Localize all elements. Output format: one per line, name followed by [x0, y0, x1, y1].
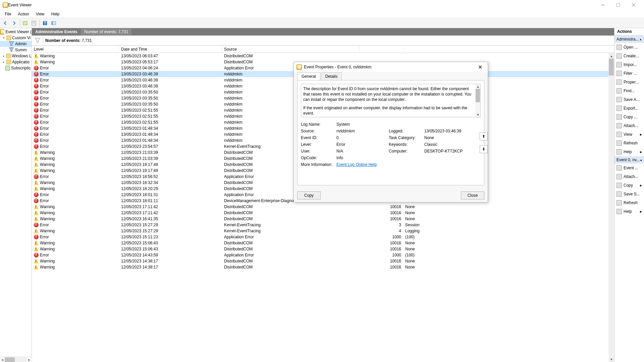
actions-group1-header[interactable]: Administra... ▲ — [614, 36, 644, 43]
col-date[interactable]: Date and Time — [119, 46, 222, 53]
scroll-up-icon[interactable]: ▴ — [475, 84, 480, 89]
list-v-scrollbar[interactable]: ▴ ▾ — [608, 53, 614, 362]
val-opcode: Info — [336, 156, 387, 160]
tab-details[interactable]: Details — [321, 72, 342, 80]
action-item[interactable]: Save S... — [614, 190, 644, 198]
action-item[interactable]: Refresh — [614, 198, 644, 207]
level-text: Error — [40, 253, 49, 257]
event-row[interactable]: Error12/05/2023 15:27:29Kernel-EventTrac… — [32, 222, 614, 228]
event-row[interactable]: Warning12/05/2023 15:27:29Kernel-EventTr… — [32, 228, 614, 234]
action-item[interactable]: Copy ... — [614, 113, 644, 121]
col-task[interactable] — [403, 48, 614, 50]
tree-label: Applicatio — [12, 60, 30, 64]
panel-button[interactable] — [50, 19, 58, 27]
tree-root[interactable]: Event Viewer ( — [0, 29, 32, 35]
tree-custom-views[interactable]: ▾ Custom Vi — [0, 35, 32, 41]
event-row[interactable]: Warning12/05/2023 14:38:17DistributedCOM… — [32, 258, 614, 264]
expand-icon[interactable]: ▸ — [2, 54, 6, 58]
scroll-thumb[interactable] — [609, 59, 614, 75]
scroll-down-icon[interactable]: ▾ — [475, 112, 480, 117]
date-text: 13/05/2023 03:35:50 — [119, 96, 222, 101]
event-log-help-link[interactable]: Event Log Online Help — [336, 162, 377, 167]
scroll-up-icon[interactable]: ▴ — [608, 53, 614, 59]
action-item[interactable]: Attach... — [614, 172, 644, 181]
tree-windows-logs[interactable]: ▸ Windows L — [0, 53, 32, 59]
event-row[interactable]: Warning12/05/2023 17:11:42DistributedCOM… — [32, 204, 614, 210]
filter-icon-box[interactable] — [32, 38, 43, 43]
action-item[interactable]: Help▶ — [614, 207, 644, 216]
action-item[interactable]: Proper... — [614, 78, 644, 86]
close-button[interactable] — [626, 0, 641, 10]
desc-scrollbar[interactable]: ▴ ▾ — [475, 84, 480, 117]
event-viewer-icon — [0, 29, 4, 35]
action-item[interactable]: Copy▶ — [614, 181, 644, 190]
date-text: 12/05/2023 18:20:29 — [119, 186, 222, 191]
action-item[interactable]: Open ... — [614, 43, 644, 52]
action-label: Create... — [624, 54, 639, 58]
action-item[interactable]: Filter ... — [614, 69, 644, 78]
copy-button[interactable]: Copy — [297, 191, 321, 199]
level-text: Error — [40, 235, 49, 239]
scroll-left-icon[interactable]: ◂ — [0, 357, 5, 362]
id-text: 1000 — [360, 252, 403, 258]
menu-action[interactable]: Action — [14, 11, 32, 17]
action-item[interactable]: Export... — [614, 104, 644, 113]
action-item[interactable]: Help▶ — [614, 147, 644, 156]
properties-button[interactable] — [30, 19, 38, 27]
scroll-right-icon[interactable]: ▸ — [27, 357, 32, 362]
next-event-button[interactable]: ⬇ — [480, 145, 488, 153]
action-item[interactable]: Create... — [614, 52, 644, 60]
scroll-thumb[interactable] — [5, 357, 15, 362]
event-row[interactable]: Error12/05/2023 15:11:23Application Erro… — [32, 234, 614, 240]
actions-group2-header[interactable]: Event 0, nv... ▲ — [614, 156, 644, 164]
menu-help[interactable]: Help — [48, 11, 63, 17]
minimize-button[interactable] — [595, 0, 610, 10]
action-item[interactable]: Find... — [614, 86, 644, 95]
tree-summary[interactable]: Summ — [0, 47, 32, 53]
dialog-close-button[interactable]: ✕ — [475, 62, 485, 72]
event-row[interactable]: Warning12/05/2023 16:41:35DistributedCOM… — [32, 216, 614, 222]
event-row[interactable]: Warning12/05/2023 15:06:43DistributedCOM… — [32, 240, 614, 246]
level-text: Error — [40, 132, 49, 137]
svg-rect-11 — [52, 21, 53, 25]
col-id[interactable] — [360, 48, 403, 50]
action-item[interactable]: Save A... — [614, 95, 644, 104]
source-text: DistributedCOM — [222, 210, 360, 216]
action-item[interactable]: Impor... — [614, 60, 644, 69]
back-button[interactable] — [1, 19, 9, 27]
expand-icon[interactable]: ▾ — [2, 36, 6, 40]
col-source[interactable]: Source — [222, 46, 360, 53]
action-item[interactable]: Attach... — [614, 121, 644, 130]
menu-view[interactable]: View — [33, 11, 48, 17]
event-row[interactable]: Warning12/05/2023 14:38:17DistributedCOM… — [32, 264, 614, 270]
event-row[interactable]: Warning13/05/2023 06:03:47DistributedCOM — [32, 53, 614, 59]
val-task-cat: None — [424, 135, 475, 140]
expand-icon[interactable]: ▸ — [2, 60, 6, 64]
tab-general[interactable]: General — [297, 72, 320, 80]
help-button[interactable]: ? — [41, 19, 49, 27]
level-text: Error — [40, 223, 49, 227]
action-item[interactable]: View▶ — [614, 130, 644, 139]
event-row[interactable]: Warning12/05/2023 15:06:43DistributedCOM… — [32, 246, 614, 252]
prev-event-button[interactable]: ⬆ — [480, 132, 488, 140]
maximize-button[interactable] — [610, 0, 626, 10]
menu-file[interactable]: File — [1, 11, 14, 17]
tree-subscriptions[interactable]: Subscriptic — [0, 65, 32, 71]
scroll-down-icon[interactable]: ▾ — [608, 356, 614, 362]
dialog-title-bar[interactable]: Event Properties - Event 0, nvlddmkm ✕ — [294, 62, 488, 72]
action-item[interactable]: Refresh — [614, 139, 644, 147]
event-description[interactable]: The description for Event ID 0 from sour… — [301, 84, 481, 117]
col-level[interactable]: Level — [32, 46, 119, 53]
event-row[interactable]: Error12/05/2023 14:43:59Application Erro… — [32, 252, 614, 258]
tree-admin-events[interactable]: Admin — [0, 41, 32, 47]
show-tree-button[interactable] — [21, 19, 29, 27]
scroll-thumb[interactable] — [476, 89, 480, 102]
error-icon — [34, 126, 39, 131]
action-item[interactable]: Event ... — [614, 164, 644, 172]
tree-applications[interactable]: ▸ Applicatio — [0, 59, 32, 65]
forward-button[interactable] — [10, 19, 18, 27]
event-row[interactable]: Warning12/05/2023 17:11:42DistributedCOM… — [32, 210, 614, 216]
tab-admin-events[interactable]: Administrative Events — [32, 28, 81, 35]
close-button[interactable]: Close — [461, 191, 484, 199]
tree-h-scrollbar[interactable]: ◂ ▸ — [0, 357, 32, 362]
